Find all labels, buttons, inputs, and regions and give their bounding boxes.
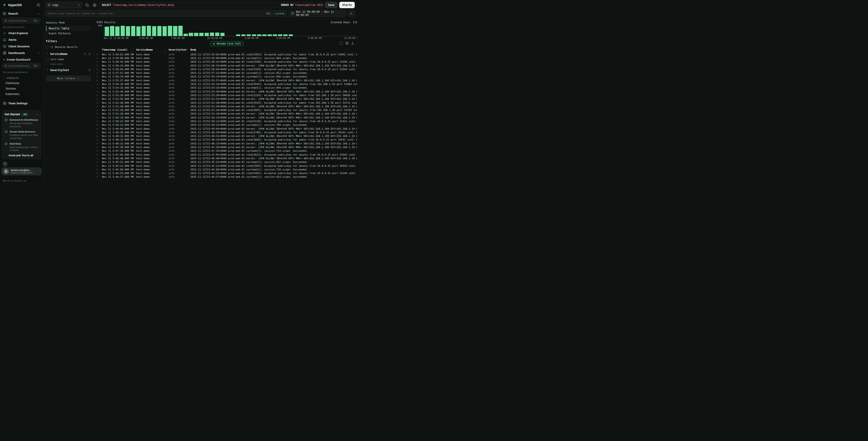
analysis-mode-results-table[interactable]: Results Table [46, 26, 91, 31]
get-started-header[interactable]: Get Started 3/3 [5, 113, 38, 116]
analysis-mode-event-patterns[interactable]: Event Patterns [46, 31, 91, 36]
histogram-bar[interactable] [314, 25, 320, 36]
row-expand-icon[interactable] [97, 75, 102, 78]
get-started-item-create-data-sources[interactable]: Create Data SourcesConfigure where your … [5, 130, 38, 140]
row-expand-icon[interactable] [97, 142, 102, 145]
row-expand-icon[interactable] [97, 90, 102, 93]
histogram-bar[interactable] [320, 25, 325, 36]
row-expand-icon[interactable] [97, 97, 102, 100]
histogram-bar[interactable] [262, 25, 267, 36]
row-expand-icon[interactable] [97, 116, 102, 119]
table-row[interactable]: Nov 11 5:46:48.000 PMhost-demoinfo2025-1… [97, 156, 357, 160]
order-by-input[interactable]: ORDER BY TimestampTime DESC [278, 2, 323, 8]
table-row[interactable]: Nov 11 5:53:36.000 PMhost-demoinfo2025-1… [97, 90, 357, 93]
filter-group-severitytext[interactable]: SeverityText [46, 68, 91, 72]
row-expand-icon[interactable] [97, 112, 102, 115]
column-header-servicename[interactable]: ServiceName [136, 48, 168, 51]
row-expand-icon[interactable] [97, 53, 102, 56]
chevron-up-icon[interactable] [37, 52, 40, 54]
table-row[interactable]: Nov 11 5:45:08.000 PMhost-demoinfo2025-1… [97, 168, 357, 171]
histogram-bar[interactable] [209, 25, 215, 36]
histogram-bar[interactable] [220, 25, 225, 36]
histogram-bar[interactable] [141, 25, 146, 36]
table-row[interactable]: Nov 11 5:54:29.000 PMhost-demoinfo2025-1… [97, 82, 357, 86]
chevron-up-icon[interactable] [38, 12, 40, 15]
get-started-item-add-data[interactable]: Add DataStart sending logs, metrics, or … [5, 142, 38, 152]
column-resize-handle[interactable] [132, 48, 134, 51]
histogram-bar[interactable] [267, 25, 272, 36]
histogram-bar[interactable] [351, 25, 356, 36]
sidebar-item-kubernetes[interactable]: Kubernetes [0, 91, 43, 97]
create-dashboard-button[interactable]: + Create Dashboard [0, 56, 43, 62]
table-row[interactable]: Nov 11 5:58:19.000 PMhost-demoinfo2025-1… [97, 64, 357, 67]
table-row[interactable]: Nov 11 5:51:18.000 PMhost-demoinfo2025-1… [97, 112, 357, 116]
histogram-bar[interactable] [241, 25, 246, 36]
table-row[interactable]: Nov 11 5:50:15.000 PMhost-demoinfo2025-1… [97, 123, 357, 127]
histogram-bar[interactable] [215, 25, 220, 36]
help-button[interactable]: ? [2, 161, 8, 167]
table-row[interactable]: Nov 11 5:58:42.000 PMhost-demoinfo2025-1… [97, 60, 357, 64]
histogram-bar[interactable] [120, 25, 125, 36]
table-row[interactable]: Nov 11 5:47:16.000 PMhost-demoinfo2025-1… [97, 149, 357, 153]
filter-group-servicename[interactable]: ServiceName [46, 52, 91, 56]
row-expand-icon[interactable] [97, 71, 102, 75]
table-row[interactable]: Nov 11 5:47:30.000 PMhost-demoinfo2025-1… [97, 145, 357, 149]
column-resize-handle[interactable] [186, 48, 188, 51]
get-started-item-connect-to-clickhouse[interactable]: Connect to ClickHouseSet up your databas… [5, 118, 38, 128]
row-expand-icon[interactable] [97, 168, 102, 171]
table-row[interactable]: Nov 11 5:47:05.000 PMhost-demoinfo2025-1… [97, 153, 357, 156]
table-row[interactable]: Nov 11 5:51:58.000 PMhost-demoinfo2025-1… [97, 105, 357, 108]
saved-dashboards-input[interactable]: Saved Dashboards ⌘K [2, 63, 41, 68]
row-expand-icon[interactable] [97, 172, 102, 175]
histogram-bar[interactable] [173, 25, 178, 36]
alerts-button[interactable]: Alerts [339, 2, 355, 8]
run-query-button[interactable] [348, 10, 355, 17]
histogram-bar[interactable] [104, 25, 110, 36]
table-row[interactable]: Nov 11 5:51:28.000 PMhost-demoinfo2025-1… [97, 108, 357, 112]
table-row[interactable]: Nov 11 5:52:55.000 PMhost-demoinfo2025-1… [97, 97, 357, 101]
row-expand-icon[interactable] [97, 131, 102, 134]
row-expand-icon[interactable] [97, 60, 102, 63]
saved-searches-input[interactable]: Saved Searches ⌘K [2, 18, 41, 24]
histogram-bar[interactable] [110, 25, 115, 36]
chevron-up-icon[interactable] [36, 113, 38, 116]
histogram-bar[interactable] [130, 25, 136, 36]
table-row[interactable]: Nov 11 5:45:22.000 PMhost-demoinfo2025-1… [97, 164, 357, 168]
histogram-bar[interactable] [167, 25, 173, 36]
row-expand-icon[interactable] [97, 153, 102, 156]
row-expand-icon[interactable] [97, 175, 102, 178]
row-expand-icon[interactable] [97, 68, 102, 71]
histogram-bar[interactable] [293, 25, 299, 36]
histogram-bar[interactable] [225, 25, 230, 36]
histogram-bar[interactable] [278, 25, 283, 36]
sidebar-section-search[interactable]: Search [0, 9, 43, 17]
histogram-bar[interactable] [125, 25, 130, 36]
resume-live-tail-button[interactable]: Resume Live Tail [210, 41, 243, 46]
table-row[interactable]: Nov 11 5:45:31.000 PMhost-demoinfo2025-1… [97, 160, 357, 164]
histogram-bar[interactable] [251, 25, 257, 36]
row-expand-icon[interactable] [97, 135, 102, 138]
source-settings-button[interactable] [92, 2, 97, 8]
search-icon[interactable] [84, 53, 86, 55]
save-button[interactable]: Save [325, 2, 338, 8]
histogram-bar[interactable] [152, 25, 157, 36]
histogram-bar[interactable] [325, 25, 330, 36]
sql-mode-toggle[interactable]: SQL [266, 12, 271, 15]
histogram-bar[interactable] [288, 25, 293, 36]
table-row[interactable]: Nov 11 5:55:57.000 PMhost-demoinfo2025-1… [97, 79, 357, 82]
user-profile[interactable]: D dominic.tran@clic... dominic.tran@clic… [1, 168, 42, 175]
download-icon[interactable] [351, 41, 354, 45]
row-expand-icon[interactable] [97, 101, 102, 104]
filter-option-host-demo[interactable]: host-demo [46, 57, 91, 61]
pin-icon[interactable] [88, 69, 91, 71]
row-expand-icon[interactable] [97, 157, 102, 160]
histogram-bar[interactable] [178, 25, 183, 36]
table-row[interactable]: Nov 11 5:59:00.000 PMhost-demoinfo2025-1… [97, 56, 357, 60]
table-row[interactable]: Nov 11 5:50:33.000 PMhost-demoinfo2025-1… [97, 116, 357, 119]
table-row[interactable]: Nov 11 5:56:19.000 PMhost-demoinfo2025-1… [97, 75, 357, 79]
table-row[interactable]: Nov 11 5:48:15.000 PMhost-demoinfo2025-1… [97, 142, 357, 145]
histogram-bar[interactable] [330, 25, 335, 36]
row-expand-icon[interactable] [97, 57, 102, 60]
row-expand-icon[interactable] [97, 146, 102, 149]
histogram-bar[interactable] [183, 25, 188, 36]
